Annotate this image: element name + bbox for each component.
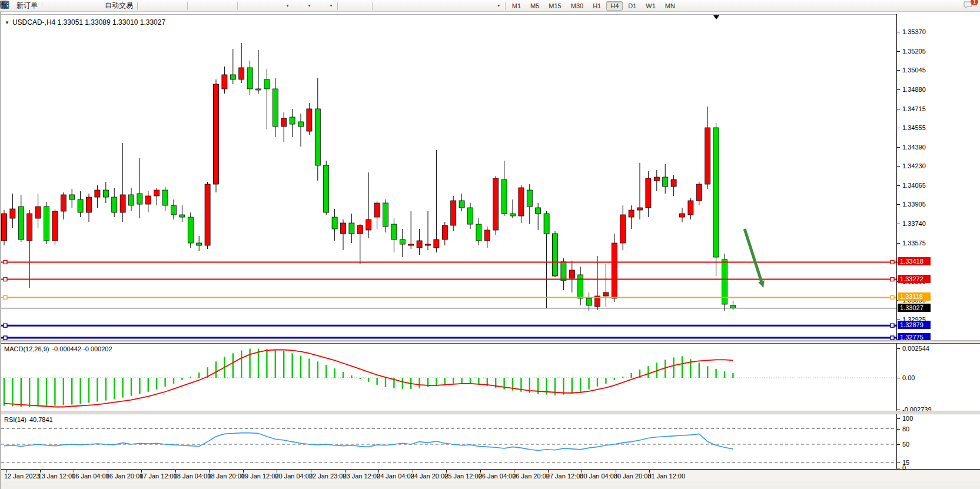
chat-button[interactable]: 1: [964, 1, 974, 11]
candle: [569, 261, 574, 292]
candle: [171, 199, 177, 219]
autoscroll-icon: [242, 1, 253, 11]
arrows-button[interactable]: ▼: [481, 1, 503, 11]
timeframe-button-h4[interactable]: H4: [606, 1, 623, 11]
candle: [324, 161, 329, 215]
text-button[interactable]: A: [451, 1, 466, 11]
timeframe-button-m30[interactable]: M30: [567, 1, 587, 11]
candle: [188, 212, 193, 248]
stamp-icon: [46, 1, 57, 11]
fibo-icon: F: [438, 1, 449, 11]
auto-trading-button[interactable]: 自动交易: [90, 1, 135, 11]
macd-canvas[interactable]: [1, 344, 896, 411]
zoom-out-button[interactable]: [205, 1, 220, 11]
resistance-line-2-handle[interactable]: [4, 278, 7, 281]
macd-label: MACD(12,26,9) -0.000442 -0.000202: [4, 345, 112, 352]
timeframe-button-mn[interactable]: MN: [661, 1, 679, 11]
line-chart-button[interactable]: [170, 1, 185, 11]
candle: [476, 218, 481, 245]
chart-shift-marker-icon: [713, 15, 719, 19]
price-chart-pane[interactable]: ▼ USDCAD-,H4 1.33051 1.33089 1.33010 1.3…: [1, 14, 896, 340]
trendline-button[interactable]: [405, 1, 420, 11]
arrows-icon: [484, 1, 494, 11]
candle: [442, 222, 447, 245]
rsi-axis-label: 80: [902, 425, 909, 433]
candle-chart-button[interactable]: [155, 1, 170, 11]
candle: [162, 187, 168, 211]
time-axis[interactable]: 12 Jan 202313 Jan 12:0016 Jan 04:0016 Ja…: [1, 470, 980, 481]
price-tick-label: 1.33575: [902, 239, 926, 247]
rsi-canvas[interactable]: [1, 414, 896, 470]
candle: [2, 210, 7, 245]
fibonacci-button[interactable]: F: [436, 1, 451, 11]
timeframe-button-h1[interactable]: H1: [589, 1, 605, 11]
auto-scroll-button[interactable]: [240, 1, 255, 11]
time-label: 30 Jan 04:00: [580, 473, 617, 480]
horizontal-line-button[interactable]: [390, 1, 405, 11]
candlestick-canvas[interactable]: [1, 15, 896, 340]
shift-icon: [257, 1, 268, 11]
cursor-button[interactable]: [340, 1, 355, 11]
template-icon: [316, 1, 327, 11]
resistance-line-1-handle[interactable]: [891, 260, 894, 264]
time-label: 13 Jan 12:00: [38, 473, 76, 480]
community-button[interactable]: [59, 1, 75, 11]
macd-pane[interactable]: MACD(12,26,9) -0.000442 -0.000202: [1, 343, 896, 411]
one-click-trading-expander[interactable]: ▼: [5, 20, 9, 25]
candle: [646, 171, 651, 217]
axis-tick: [897, 418, 900, 419]
candle: [290, 109, 295, 137]
vertical-line-button[interactable]: [374, 1, 390, 11]
candle: [35, 194, 41, 228]
support-line-orange-handle[interactable]: [4, 295, 7, 299]
support-line-blue-1-handle[interactable]: [891, 324, 894, 327]
axis-tick: [897, 147, 900, 148]
price-axis[interactable]: 1.353701.352051.350451.348801.347151.345…: [896, 14, 980, 340]
timeframe-button-d1[interactable]: D1: [624, 1, 640, 11]
macd-axis[interactable]: 0.0025440.00-0.002739: [896, 343, 980, 411]
support-line-orange-handle[interactable]: [891, 295, 894, 299]
tile-windows-button[interactable]: [220, 1, 235, 11]
candle: [578, 267, 583, 305]
candle: [129, 188, 134, 211]
support-line-blue-1-handle[interactable]: [4, 324, 7, 327]
candle: [426, 211, 431, 250]
timeframe-button-m5[interactable]: M5: [526, 1, 543, 11]
timeframe-button-w1[interactable]: W1: [642, 1, 660, 11]
axis-tick: [897, 320, 900, 320]
chart-window: ▼ USDCAD-,H4 1.33051 1.33089 1.33010 1.3…: [0, 12, 980, 489]
publish-charts-button[interactable]: [44, 1, 59, 11]
toolbar-right-icons: 1: [948, 1, 980, 11]
axis-tick: [897, 109, 900, 109]
rsi-pane[interactable]: RSI(14) 40.7841: [1, 414, 896, 470]
templates-button[interactable]: ▼: [314, 1, 335, 11]
periods-button[interactable]: ▼: [292, 1, 314, 11]
support-line-blue-2-handle[interactable]: [4, 336, 7, 340]
dropdown-arrow-icon: ▼: [329, 4, 333, 8]
axis-tick: [897, 348, 900, 349]
search-icon[interactable]: [948, 1, 959, 11]
price-tick-label: 1.34390: [902, 144, 926, 151]
resistance-line-1-handle[interactable]: [4, 260, 7, 264]
timeframe-button-m15[interactable]: M15: [544, 1, 565, 11]
candle: [501, 161, 507, 216]
crosshair-button[interactable]: [355, 1, 370, 11]
chart-shift-button[interactable]: [255, 1, 270, 11]
indicators-button[interactable]: ▼: [270, 1, 292, 11]
sell-arrow-annotation[interactable]: [745, 229, 762, 283]
macd-axis-label: 0.00: [902, 374, 915, 381]
support-line-blue-2-handle[interactable]: [891, 336, 894, 340]
candle: [273, 78, 278, 137]
indicator-icon: [273, 1, 283, 11]
bar-chart-button[interactable]: [139, 1, 155, 11]
resistance-line-2-handle[interactable]: [891, 278, 894, 281]
signals-button[interactable]: [75, 1, 90, 11]
time-label: 18 Jan 20:00: [207, 473, 245, 480]
text-label-button[interactable]: T: [466, 1, 481, 11]
equidistant-channel-button[interactable]: E: [420, 1, 436, 11]
timeframe-button-m1[interactable]: M1: [508, 1, 525, 11]
rsi-axis[interactable]: 1008050150: [896, 414, 980, 470]
candle: [417, 229, 422, 255]
zoom-in-button[interactable]: [190, 1, 205, 11]
rsi-name: RSI(14): [4, 416, 26, 423]
